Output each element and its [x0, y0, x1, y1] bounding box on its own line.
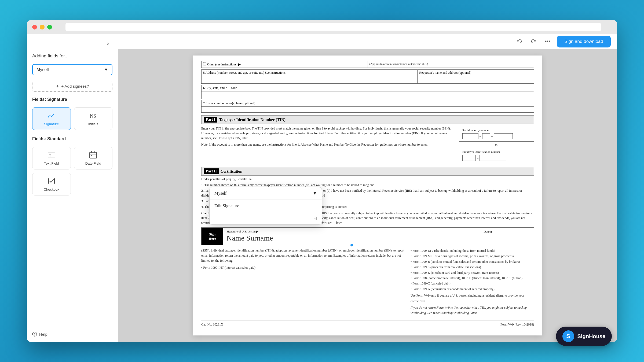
- sig-anchor-dot: [350, 244, 353, 246]
- signee-dropdown[interactable]: Myself ▼: [32, 64, 112, 75]
- add-signees-label: + Add signees?: [61, 84, 89, 88]
- svg-rect-7: [91, 155, 92, 156]
- more-options-button[interactable]: •••: [543, 37, 552, 46]
- trash-icon: [313, 215, 318, 220]
- chevron-down-icon: ▼: [104, 67, 108, 72]
- text-field-button[interactable]: T Text Field: [32, 147, 71, 169]
- initials-field-button[interactable]: NS Initials: [74, 107, 113, 130]
- edit-signature-item[interactable]: Edit Signature: [210, 200, 322, 212]
- city-table: 6 City, state, and ZIP code: [201, 85, 534, 99]
- other-checkbox[interactable]: [203, 62, 206, 65]
- part1-name: Taxpayer Identification Number (TIN): [219, 117, 286, 122]
- address-label: 5 Address (number, street, and apt. or s…: [202, 70, 418, 76]
- ssn-box: Social security number – –: [459, 126, 534, 142]
- popup-signee-name: Myself: [214, 191, 226, 196]
- sign-here-label: SignHere: [202, 228, 223, 245]
- checkbox-icon: [47, 177, 56, 185]
- fields-standard-title: Fields: Standard: [32, 136, 112, 141]
- bottom-left-text: (SSN), individual taxpayer identificatio…: [201, 248, 411, 316]
- adding-fields-label: Adding fields for...: [32, 53, 112, 59]
- ssn-label: Social security number: [462, 128, 530, 132]
- svg-text:NS: NS: [90, 113, 96, 119]
- add-signees-button[interactable]: ＋ + Add signees?: [32, 81, 112, 92]
- help-label: Help: [39, 332, 47, 337]
- help-button[interactable]: ? Help: [32, 332, 112, 337]
- ein-box: Employer identification number –: [459, 148, 534, 163]
- close-traffic-light[interactable]: [32, 25, 37, 29]
- url-bar[interactable]: [65, 23, 601, 31]
- date-field-label: Date Field: [85, 161, 101, 165]
- part1-note: Note: If the account is in more than one…: [201, 142, 455, 147]
- signature-fields-grid: Signature NS Initials: [32, 107, 112, 130]
- svg-rect-11: [314, 217, 317, 220]
- ein-label: Employer identification number: [462, 150, 530, 153]
- account-table: 7 List account number(s) here (optional): [201, 100, 534, 113]
- city-label: 6 City, state, and ZIP code: [202, 85, 534, 91]
- date-label: Date ▶: [484, 230, 530, 234]
- text-field-icon: T: [47, 151, 56, 159]
- popup-signee-dropdown[interactable]: Myself ▼: [210, 187, 322, 200]
- main-toolbar: ••• Sign and download: [118, 34, 617, 49]
- delete-signature-button[interactable]: [313, 215, 318, 222]
- cat-no: Cat. No. 10231X: [201, 323, 223, 327]
- bottom-content: (SSN), individual taxpayer identificatio…: [201, 248, 534, 316]
- undo-button[interactable]: [515, 37, 524, 46]
- part2-name: Certification: [221, 169, 243, 174]
- initials-icon: NS: [89, 111, 97, 120]
- help-icon: ?: [32, 332, 37, 337]
- main-area: ••• Sign and download Other (see instruc…: [118, 34, 617, 342]
- bottom-right-text: • Form 1099-DIV (dividends, including th…: [411, 248, 534, 316]
- sign-download-button[interactable]: Sign and download: [557, 36, 611, 47]
- cert-intro: Under penalties of perjury, I certify th…: [201, 177, 534, 182]
- standard-fields-grid: T Text Field Date Field: [32, 147, 112, 195]
- date-field-button[interactable]: Date Field: [74, 147, 113, 169]
- requester-label: Requester's name and address (optional): [418, 70, 534, 76]
- browser-titlebar: [27, 20, 617, 34]
- checkbox-label: Checkbox: [44, 187, 59, 191]
- redo-button[interactable]: [529, 37, 538, 46]
- part2-header: Part II Certification: [201, 167, 534, 176]
- part1-header: Part I Taxpayer Identification Number (T…: [201, 115, 534, 124]
- address-table: 5 Address (number, street, and apt. or s…: [201, 69, 534, 84]
- svg-rect-3: [90, 152, 97, 158]
- popup-chevron-icon: ▼: [313, 191, 317, 196]
- part1-content: Enter your TIN in the appropriate box. T…: [201, 125, 534, 164]
- initials-field-label: Initials: [88, 122, 98, 126]
- signhouse-logo: S: [562, 330, 574, 342]
- doc-top-table: Other (see instructions) ▶ (Applies to a…: [201, 61, 534, 68]
- checkbox-button[interactable]: Checkbox: [32, 173, 71, 195]
- sidebar: × Adding fields for... Myself ▼ ＋ + Add …: [27, 34, 118, 342]
- minimize-traffic-light[interactable]: [40, 25, 45, 29]
- text-field-label: Text Field: [44, 161, 59, 165]
- signature-value: Name Surname: [226, 233, 477, 243]
- document-page: Other (see instructions) ▶ (Applies to a…: [193, 56, 542, 335]
- applies-label: (Applies to accounts maintained outside …: [368, 61, 534, 68]
- signature-of-label: Signature of U.S. person ▶: [226, 230, 477, 233]
- maximize-traffic-light[interactable]: [47, 25, 52, 29]
- signhouse-logo-letter: S: [566, 333, 570, 340]
- signhouse-badge: S SignHouse: [556, 327, 612, 346]
- fields-signature-title: Fields: Signature: [32, 97, 112, 102]
- sign-here-row: SignHere Signature of U.S. person ▶ Name…: [201, 227, 534, 245]
- document-footer: Cat. No. 10231X Form W-9 (Rev. 10-2018): [201, 320, 534, 327]
- document-scroll[interactable]: Other (see instructions) ▶ (Applies to a…: [118, 49, 617, 342]
- signature-popup: Myself ▼ Edit Signature: [209, 187, 322, 225]
- sign-here-text: SignHere: [208, 232, 216, 241]
- signhouse-brand-name: SignHouse: [577, 333, 605, 339]
- date-field-icon: [89, 151, 97, 159]
- close-sidebar-button[interactable]: ×: [104, 39, 112, 48]
- plus-icon: ＋: [56, 84, 60, 89]
- signature-area[interactable]: Signature of U.S. person ▶ Name Surname: [223, 228, 480, 245]
- popup-actions: [210, 212, 322, 224]
- svg-text:?: ?: [34, 333, 35, 336]
- date-area: Date ▶: [480, 228, 534, 245]
- browser-window: × Adding fields for... Myself ▼ ＋ + Add …: [27, 20, 617, 342]
- form-name: Form W-9 (Rev. 10-2018): [500, 323, 534, 327]
- signature-icon: [47, 111, 56, 120]
- browser-content: × Adding fields for... Myself ▼ ＋ + Add …: [27, 34, 617, 342]
- svg-text:T: T: [49, 154, 51, 157]
- undo-icon: [517, 39, 522, 44]
- account-label: 7 List account number(s) here (optional): [202, 100, 534, 107]
- signature-field-button[interactable]: Signature: [32, 107, 71, 130]
- part1-badge: Part I: [204, 117, 217, 123]
